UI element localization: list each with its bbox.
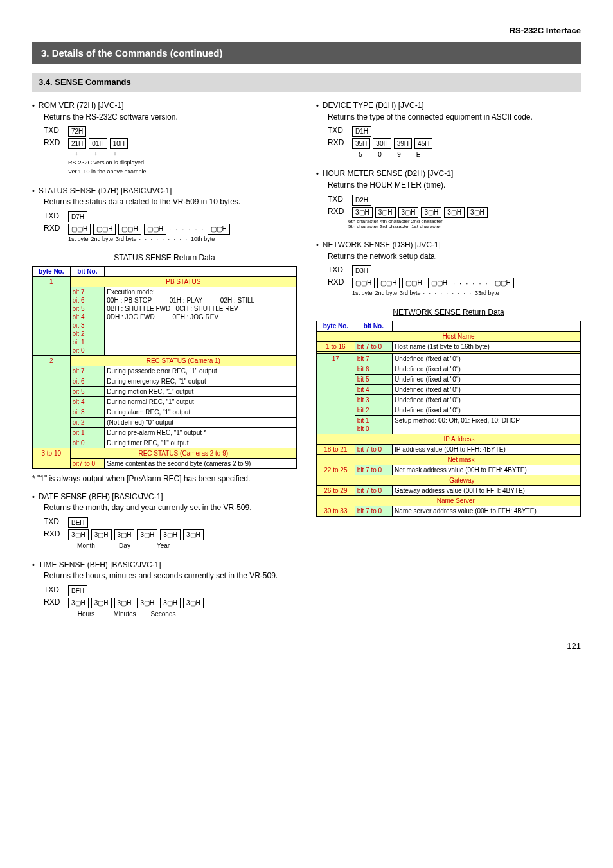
right-column: • DEVICE TYPE (D1H) [JVC-1] Returns the … [316,101,581,628]
byte-cell: 1 to 16 [317,341,355,351]
rec-status-header: REC STATUS (Cameras 2 to 9) [70,448,296,459]
bit-cell: bit 7 to 0 [355,444,392,454]
interface-header: RS-232C Interface [32,26,581,37]
hex-box: 3▢H [183,529,204,540]
date-sense-desc: Returns the month, day and year currentl… [44,503,297,513]
rom-ver-note2: Ver.1-10 in the above example [68,168,297,176]
byte-label: 1st byte [352,290,373,297]
table-cell: Same content as the second byte (cameras… [105,459,297,469]
bit-cell: bit 7 [355,353,392,364]
sub-bar: 3.4. SENSE Commands [32,73,581,92]
byte-label: 2nd byte [375,290,398,297]
hex-box: BEH [68,517,88,528]
hex-box: 3▢H [68,529,89,540]
footnote: * "1" is always output when [PreAlarm RE… [32,474,297,484]
rxd-label: RXD [328,278,347,288]
table-cell: (Not defined) "0" output [105,418,297,428]
byte-cell: 30 to 33 [317,506,355,516]
time-sense-section: • TIME SENSE (BFH) [BASIC/JVC-1] Returns… [32,560,297,618]
rom-ver-desc: Returns the RS-232C software version. [44,112,297,123]
network-sense-table: byte No. bit No. Host Name 1 to 16 bit 7… [316,321,581,517]
txd-label: TXD [44,211,63,222]
bit-cell: bit 6 [355,364,392,374]
title-bar: 3. Details of the Commands (continued) [32,42,581,65]
rxd-label: RXD [328,138,347,148]
group-label: Month [68,542,104,550]
hex-box: ▢▢H [118,224,141,235]
group-label: Hours [68,610,104,618]
hex-box: 3▢H [183,598,204,608]
bit-cell: bit 5 [70,387,105,397]
group-label: Year [145,542,181,550]
hex-box: 3▢H [91,598,112,608]
rxd-label: RXD [44,529,63,540]
char-label: E [410,150,427,159]
bullet-icon: • [316,101,319,111]
status-table-title: STATUS SENSE Return Data [32,253,297,263]
byte-cell: 2 [33,356,71,448]
page-number: 121 [32,641,581,652]
th-byte: byte No. [317,321,355,331]
table-cell: Setup method: 00: Off, 01: Fixed, 10: DH… [393,415,581,434]
hex-box: 3▢H [114,529,135,540]
bit-cell: bit 0 [70,438,105,448]
bullet-icon: • [32,101,35,111]
txd-label: TXD [44,585,63,596]
table-cell: During motion REC, "1" output [105,387,297,397]
table-cell: During pre-alarm REC, "1" output * [105,428,297,438]
time-sense-title: TIME SENSE (BFH) [BASIC/JVC-1] [39,560,161,571]
hex-box: 21H [68,138,86,149]
th-empty [393,321,581,331]
table-cell: During alarm REC, "1" output [105,407,297,418]
hex-box: D3H [352,265,371,276]
bullet-icon: • [316,169,319,179]
network-sense-title: NETWORK SENSE (D3H) [JVC-1] [323,240,441,251]
hex-box: 01H [89,138,107,149]
char-label: 5 [352,150,369,159]
bit-cell: bit 7 to 0 [355,465,392,475]
hex-box: BFH [68,585,87,596]
table-cell: Undefined (fixed at "0") [393,405,581,415]
dots: · · · · · · [169,224,205,233]
bit-cell: bit 1 bit 0 [355,415,392,434]
byte-label: 33rd byte [475,290,499,297]
byte-cell: 18 to 21 [317,444,355,454]
hex-box: ▢▢H [144,224,166,235]
table-cell: During normal REC, "1" output [105,397,297,407]
hex-box: 3▢H [91,529,112,540]
rom-ver-section: • ROM VER (72H) [JVC-1] Returns the RS-2… [32,101,297,175]
group-label: Seconds [145,610,181,618]
hex-box: 39H [394,138,412,149]
hex-box: ▢▢H [68,224,91,235]
hex-box: 10H [110,138,128,149]
group-label: Day [107,542,143,550]
section-header: Net mask [317,454,581,465]
txd-label: TXD [328,195,347,205]
date-sense-section: • DATE SENSE (BEH) [BASIC/JVC-1] Returns… [32,492,297,550]
hour-meter-section: • HOUR METER SENSE (D2H) [JVC-1] Returns… [316,169,581,230]
table-cell: Name server address value (00H to FFH: 4… [393,506,581,516]
network-table-title: NETWORK SENSE Return Data [316,308,581,318]
bit-cell: bit 2 [70,418,105,428]
hex-box: 3▢H [160,529,181,540]
bit-cell: bit 7 to 0 [355,506,392,516]
bit-cell: bit 5 [355,374,392,384]
table-cell: During emergency REC, "1" output [105,376,297,387]
hex-box: 45H [414,138,432,149]
txd-label: TXD [44,126,63,136]
hour-meter-title: HOUR METER SENSE (D2H) [JVC-1] [323,169,453,179]
bullet-icon: • [316,240,319,251]
hex-box: ▢▢H [208,224,230,235]
table-cell: Net mask address value (00H to FFH: 4BYT… [393,465,581,475]
bullet-icon: • [32,186,35,197]
group-label: Minutes [107,610,143,618]
exec-mode-cell: Execution mode: 00H : PB STOP 01H : PLAY… [105,287,297,356]
rxd-label: RXD [328,207,347,217]
device-type-section: • DEVICE TYPE (D1H) [JVC-1] Returns the … [316,101,581,159]
rom-ver-title: ROM VER (72H) [JVC-1] [39,101,124,111]
hex-box: ▢▢H [352,278,375,288]
byte-label: 1st byte [68,236,89,244]
hex-box: 3▢H [68,598,89,608]
status-sense-title: STATUS SENSE (D7H) [BASIC/JVC-1] [39,186,172,197]
byte-cell: 26 to 29 [317,485,355,495]
